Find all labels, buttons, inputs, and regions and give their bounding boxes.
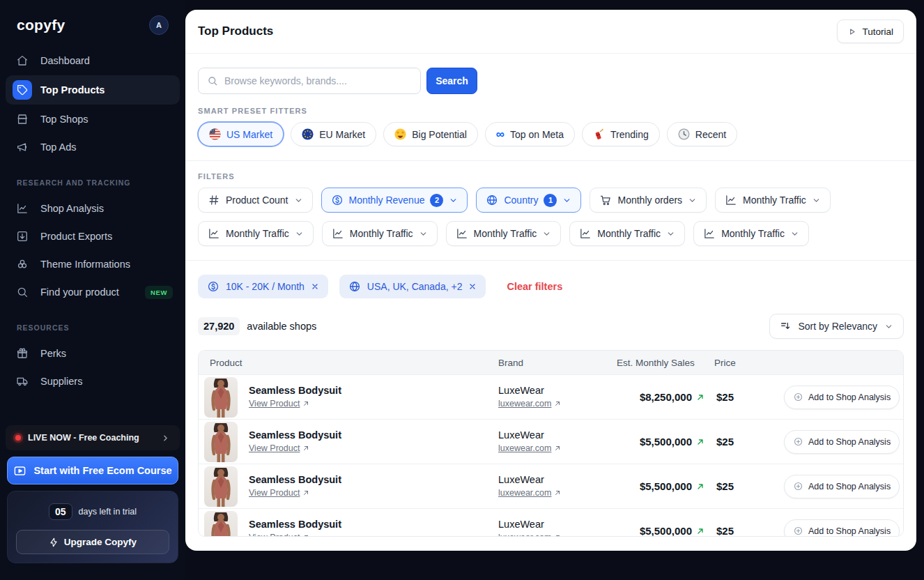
sidebar-header: copyfy A	[6, 0, 180, 46]
chevron-down-icon	[294, 196, 303, 205]
external-link-icon	[302, 445, 309, 452]
live-coaching-banner[interactable]: LIVE NOW - Free Coaching	[6, 425, 180, 450]
chevron-down-icon	[449, 196, 458, 205]
product-image	[204, 377, 238, 418]
add-to-shop-analysis-button[interactable]: Add to Shop Analysis	[784, 519, 900, 537]
sidebar-nav-item[interactable]: Theme Informations	[6, 251, 180, 277]
search-input[interactable]	[224, 75, 412, 86]
new-badge: NEW	[145, 286, 173, 299]
filter-dropdown-label: Monthly Traffic	[226, 228, 289, 239]
price-value: $25	[714, 391, 784, 403]
applied-filter-chip[interactable]: 10K - 20K / Month	[198, 275, 328, 298]
search-box	[198, 68, 421, 94]
chevron-down-icon	[666, 229, 675, 238]
dollar-circle-icon	[207, 280, 220, 293]
filter-dropdown[interactable]: Monthly Traffic	[198, 221, 314, 246]
megaphone-icon	[13, 137, 32, 157]
applied-filter-label: 10K - 20K / Month	[226, 281, 305, 292]
brand-name: LuxeWear	[498, 385, 617, 396]
view-product-link[interactable]: View Product	[249, 443, 309, 453]
filter-dropdown-label: Monthly Traffic	[350, 228, 413, 239]
brand-site-link[interactable]: luxewear.com	[498, 443, 561, 453]
filter-dropdown-label: Country	[504, 194, 538, 206]
trend-up-icon	[696, 527, 704, 535]
product-name: Seamless Bodysuit	[249, 474, 341, 485]
chevron-down-icon	[542, 229, 551, 238]
clear-filters-button[interactable]: Clear filters	[507, 281, 562, 292]
sidebar: copyfy A Dashboard Top Products Top Shop…	[0, 0, 185, 580]
search-button[interactable]: Search	[426, 68, 477, 94]
view-product-link[interactable]: View Product	[249, 488, 309, 498]
filter-dropdown[interactable]: Monthly Traffic	[693, 221, 809, 246]
sidebar-nav-item[interactable]: Product Exports	[6, 223, 180, 250]
plus-circle-icon	[793, 526, 803, 536]
filter-dropdown[interactable]: Monthly Traffic	[322, 221, 438, 246]
filter-dropdown[interactable]: Monthly Revenue 2	[321, 188, 468, 213]
sidebar-nav-item[interactable]: Perks	[6, 340, 180, 367]
price-value: $25	[714, 480, 784, 492]
filter-dropdown[interactable]: Monthly Traffic	[446, 221, 562, 246]
nav-item-label: Top Products	[40, 84, 105, 96]
trial-label: days left in trial	[79, 507, 137, 517]
view-product-link[interactable]: View Product	[249, 399, 309, 409]
applied-filter-chip[interactable]: USA, UK, Canada, +2	[339, 275, 486, 298]
chevron-down-icon	[790, 229, 799, 238]
free-ecom-course-button[interactable]: Start with Free Ecom Course	[7, 457, 178, 484]
primary-nav: Dashboard Top Products Top Shops Top Ads	[6, 46, 180, 162]
chart-line-icon	[13, 199, 32, 218]
chart-line-icon	[208, 227, 220, 240]
preset-chip-label: EU Market	[319, 129, 365, 140]
shapes-icon	[13, 254, 32, 274]
table-row: Seamless Bodysuit View Product LuxeWear	[199, 464, 903, 508]
filter-dropdown[interactable]: Monthly Traffic	[715, 188, 831, 213]
add-to-shop-analysis-button[interactable]: Add to Shop Analysis	[784, 430, 900, 454]
external-link-icon	[302, 400, 309, 407]
sidebar-nav-item[interactable]: Dashboard	[6, 47, 180, 74]
external-link-icon	[554, 445, 561, 452]
brand-site-link[interactable]: luxewear.com	[498, 399, 561, 409]
filter-dropdown-label: Product Count	[226, 194, 288, 206]
table-row: Seamless Bodysuit View Product LuxeWear	[199, 374, 903, 419]
tutorial-button[interactable]: Tutorial	[837, 20, 904, 43]
preset-chip[interactable]: Trending	[582, 122, 660, 146]
add-to-shop-analysis-button[interactable]: Add to Shop Analysis	[784, 386, 900, 409]
preset-chip-label: Top on Meta	[510, 129, 564, 140]
brand-site-link[interactable]: luxewear.com	[498, 533, 561, 537]
chevron-down-icon	[562, 196, 571, 205]
tutorial-button-label: Tutorial	[862, 26, 893, 37]
sidebar-nav-item[interactable]: Shop Analysis	[6, 195, 180, 222]
filter-dropdown[interactable]: Monthly Traffic	[569, 221, 685, 246]
preset-chip[interactable]: EU Market	[291, 122, 376, 146]
sidebar-nav-item[interactable]: Find your product NEW	[6, 279, 180, 305]
add-to-shop-analysis-button[interactable]: Add to Shop Analysis	[784, 475, 900, 498]
close-icon[interactable]	[311, 282, 319, 291]
sort-dropdown[interactable]: Sort by Relevancy	[769, 314, 904, 339]
filter-dropdown[interactable]: Product Count	[198, 188, 313, 213]
search-section: Search	[185, 54, 916, 107]
filter-dropdown[interactable]: Monthly orders	[590, 188, 707, 213]
trial-card: 05 days left in trial Upgrade Copyfy	[7, 491, 178, 563]
view-product-link[interactable]: View Product	[249, 533, 309, 537]
preset-chip[interactable]: Recent	[667, 122, 737, 146]
filter-dropdown[interactable]: Country 1	[476, 188, 581, 213]
sidebar-nav-item[interactable]: Suppliers	[6, 368, 180, 395]
chevron-down-icon	[419, 229, 428, 238]
avatar[interactable]: A	[149, 15, 169, 35]
sidebar-nav-item[interactable]: Top Products	[6, 75, 180, 105]
nav-item-label: Dashboard	[40, 55, 90, 66]
preset-chip[interactable]: ∞ Top on Meta	[485, 122, 575, 146]
preset-chip[interactable]: US Market	[198, 122, 284, 146]
cart-icon	[599, 194, 612, 206]
column-header-product: Product	[199, 358, 498, 368]
external-link-icon	[554, 400, 561, 407]
upgrade-button[interactable]: Upgrade Copyfy	[16, 530, 169, 554]
sidebar-nav-item[interactable]: Top Shops	[6, 106, 180, 132]
brand-site-link[interactable]: luxewear.com	[498, 488, 561, 498]
sidebar-nav-item[interactable]: Top Ads	[6, 134, 180, 160]
preset-chip[interactable]: Big Potential	[383, 122, 478, 146]
results-bar: 27,920 available shops Sort by Relevancy	[185, 300, 916, 350]
dollar-circle-icon	[331, 194, 344, 206]
close-icon[interactable]	[468, 282, 477, 291]
filter-dropdowns: Product Count Monthly Revenue 2	[185, 188, 916, 261]
chevron-down-icon	[884, 322, 893, 331]
